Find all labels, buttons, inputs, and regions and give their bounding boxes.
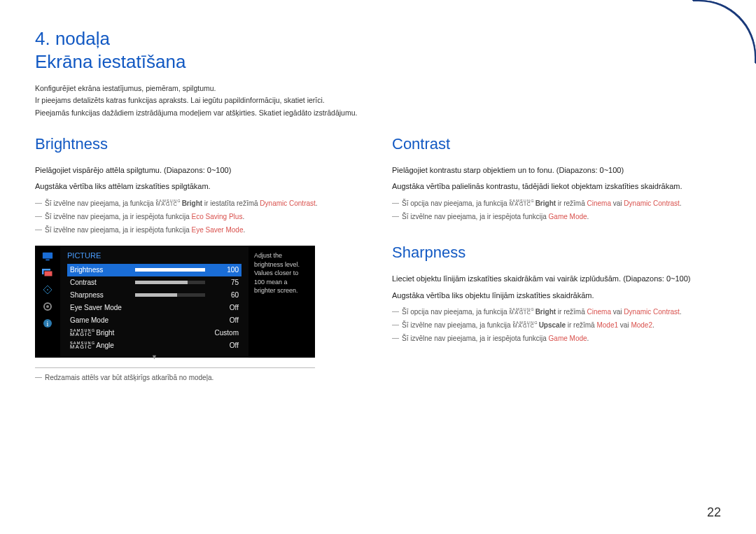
note-highlight: Dynamic Contrast [624,308,679,316]
osd-value: 75 [211,279,239,286]
chapter-number: 4. nodaļa [35,28,721,50]
osd-row-eyesaver: Eye Saver Mode Off [67,302,241,314]
note-highlight: Dynamic Contrast [260,199,315,207]
note-highlight: Eco Saving Plus [192,213,243,220]
note-text: vai [618,321,631,329]
note-highlight: Eye Saver Mode [192,226,244,234]
svg-rect-3 [44,271,52,276]
osd-row-magicbright: SAMSUNGMAGICBright Custom [67,327,241,339]
samsung-magic-logo: SAMSUNGMAGIC [70,329,95,337]
osd-row-gamemode: Game Mode Off [67,314,241,327]
note-text: Šī izvēlne nav pieejama, ja ir iespējota… [45,226,192,234]
sharpness-note-1: Šī opcija nav pieejama, ja funkcija SAMS… [392,306,721,318]
osd-value: Off [211,342,239,349]
note-bold: Bright [536,199,556,207]
osd-label: Contrast [70,279,135,286]
note-bold: Bright [182,199,202,207]
osd-value: Off [211,316,239,324]
note-text: Šī opcija nav pieejama, ja funkcija [402,199,509,207]
sharpness-heading: Sharpness [392,244,721,262]
right-column: Contrast Pielāgojiet kontrastu starp obj… [392,135,721,402]
osd-label: SAMSUNGMAGICBright [70,329,211,337]
contrast-note-1: Šī opcija nav pieejama, ja funkcija SAMS… [392,197,721,209]
svg-point-6 [46,305,49,308]
osd-slider [135,281,205,284]
chevron-down-icon: ▼ [67,353,241,360]
note-highlight: Game Mode [549,213,587,220]
intro-line-2: Ir pieejams detalizēts katras funkcijas … [35,94,721,106]
osd-slider [135,268,205,272]
chapter-title: Ekrāna iestatīšana [35,51,721,73]
osd-row-contrast: Contrast 75 [67,276,241,289]
osd-main: PICTURE Brightness 100 Contrast 75 [60,246,248,358]
osd-title: PICTURE [67,251,241,260]
note-text: ir režīmā [556,199,587,207]
osd-value: 60 [211,291,239,299]
contrast-note-2: Šī izvēlne nav pieejama, ja ir iespējota… [392,211,721,223]
svg-rect-1 [46,259,49,260]
monitor-icon [42,251,53,261]
logo-magic: MAGIC [70,332,95,337]
logo-magic: MAGIC [155,202,181,207]
note-highlight: Cinema [587,308,611,316]
svg-point-4 [47,289,48,290]
osd-label: Eye Saver Mode [70,304,211,311]
logo-magic: MAGIC [509,202,534,207]
osd-value: Custom [211,329,239,337]
note-highlight: Mode2 [631,321,652,329]
brightness-note-3: Šī izvēlne nav pieejama, ja ir iespējota… [35,224,364,236]
note-text: vai [611,308,624,316]
sharpness-p2: Augstāka vērtība liks objektu līnijām iz… [392,290,721,302]
content-columns: Brightness Pielāgojiet vispārējo attēla … [35,135,721,402]
note-bold: Upscale [539,321,566,329]
osd-sublabel: Bright [96,330,114,337]
sharpness-note-2: Šī izvēlne nav pieejama, ja funkcija SAM… [392,319,721,331]
note-text: Šī izvēlne nav pieejama, ja funkcija [402,321,512,329]
layers-icon [42,268,53,278]
samsung-magic-logo: SAMSUNGMAGIC [512,321,538,329]
osd-tooltip: Adjust the brightness level. Values clos… [248,246,315,358]
sharpness-note-3: Šī izvēlne nav pieejama, ja ir iespējota… [392,332,721,344]
osd-row-magicangle: SAMSUNGMAGICAngle Off [67,339,241,352]
sharpness-p1: Lieciet objektu līnijām izskatīties skai… [392,273,721,286]
note-highlight: Game Mode [549,335,587,342]
osd-label: Game Mode [70,316,211,324]
samsung-magic-logo: SAMSUNGMAGIC [509,308,534,316]
page-number: 22 [707,505,721,520]
logo-magic: MAGIC [512,324,538,329]
note-text: Šī izvēlne nav pieejama, ja ir iespējota… [45,213,192,220]
intro-line-3: Pieejamās funkcijas dažādiem izstrādājum… [35,107,721,118]
brightness-p2: Augstāka vērtība liks attēlam izskatītie… [35,181,364,193]
note-text: vai [611,199,624,207]
osd-slider [135,293,205,297]
samsung-magic-logo: SAMSUNGMAGIC [509,199,534,207]
osd-label: Brightness [70,266,135,274]
brightness-note-1: Šī izvēlne nav pieejama, ja funkcija SAM… [35,197,364,209]
contrast-heading: Contrast [392,135,721,153]
brightness-note-2: Šī izvēlne nav pieejama, ja ir iespējota… [35,211,364,223]
note-text: Šī izvēlne nav pieejama, ja funkcija [45,199,155,207]
divider [35,367,315,368]
note-text: Šī opcija nav pieejama, ja funkcija [402,308,509,316]
resize-icon [42,285,53,295]
osd-sidebar: i [35,246,60,358]
contrast-section: Contrast Pielāgojiet kontrastu starp obj… [392,135,721,223]
svg-rect-0 [43,253,52,259]
osd-value: Off [211,304,239,311]
intro-line-1: Konfigurējiet ekrāna iestatījumus, piemē… [35,83,721,94]
contrast-p2: Augstāka vērtība palielinās kontrastu, t… [392,181,721,193]
sharpness-section: Sharpness Lieciet objektu līnijām izskat… [392,244,721,344]
osd-screenshot: i PICTURE Brightness 100 Contrast 75 [35,246,315,358]
logo-magic: MAGIC [70,345,95,350]
note-text: Šī izvēlne nav pieejama, ja ir iespējota… [402,335,549,342]
osd-row-brightness: Brightness 100 [67,264,241,276]
brightness-heading: Brightness [35,135,364,153]
page: 4. nodaļa Ekrāna iestatīšana Konfigurēji… [0,0,756,534]
brightness-section: Brightness Pielāgojiet vispārējo attēla … [35,135,364,381]
screenshot-footnote: Redzamais attēls var būt atšķirīgs atkar… [35,374,364,381]
note-text: ir iestatīta režīmā [202,199,260,207]
osd-value: 100 [211,266,239,274]
svg-text:i: i [47,320,49,328]
info-icon: i [42,318,53,328]
note-text: ir režīmā [566,321,596,329]
